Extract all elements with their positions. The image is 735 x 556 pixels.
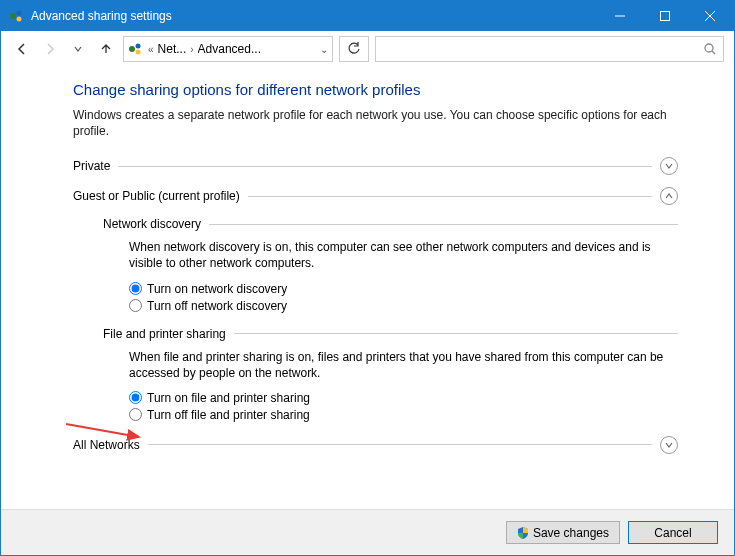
window-title: Advanced sharing settings: [31, 9, 597, 23]
divider: [118, 166, 652, 167]
subsection-title: File and printer sharing: [103, 327, 226, 341]
svg-point-2: [17, 17, 22, 22]
search-box[interactable]: [375, 36, 724, 62]
section-guest-public[interactable]: Guest or Public (current profile): [73, 187, 678, 205]
svg-point-7: [129, 46, 135, 52]
svg-point-9: [136, 50, 141, 55]
radio-nd-on[interactable]: Turn on network discovery: [129, 282, 678, 296]
divider: [148, 444, 652, 445]
svg-line-11: [712, 51, 715, 54]
close-button[interactable]: [687, 1, 732, 31]
refresh-button[interactable]: [339, 36, 369, 62]
chevron-down-icon[interactable]: ⌄: [320, 44, 328, 55]
expand-icon[interactable]: [660, 157, 678, 175]
collapse-icon[interactable]: [660, 187, 678, 205]
breadcrumb-item[interactable]: Advanced...: [198, 42, 261, 56]
svg-rect-4: [660, 12, 669, 21]
cancel-button[interactable]: Cancel: [628, 521, 718, 544]
radio-input[interactable]: [129, 408, 142, 421]
search-input[interactable]: [382, 42, 703, 56]
section-all-networks[interactable]: All Networks: [73, 436, 678, 454]
breadcrumb-item[interactable]: Net...: [158, 42, 187, 56]
recent-dropdown[interactable]: [67, 38, 89, 60]
radio-nd-off[interactable]: Turn off network discovery: [129, 299, 678, 313]
subsection-desc: When file and printer sharing is on, fil…: [129, 349, 678, 381]
network-icon: [128, 41, 144, 57]
network-discovery-group: Network discovery When network discovery…: [103, 217, 678, 312]
maximize-button[interactable]: [642, 1, 687, 31]
radio-label: Turn on network discovery: [147, 282, 287, 296]
page-description: Windows creates a separate network profi…: [73, 108, 678, 139]
up-button[interactable]: [95, 38, 117, 60]
app-icon: [9, 8, 25, 24]
radio-label: Turn on file and printer sharing: [147, 391, 310, 405]
button-label: Save changes: [533, 526, 609, 540]
radio-fp-off[interactable]: Turn off file and printer sharing: [129, 408, 678, 422]
radio-fp-on[interactable]: Turn on file and printer sharing: [129, 391, 678, 405]
uac-shield-icon: [517, 527, 529, 539]
forward-button[interactable]: [39, 38, 61, 60]
section-label: Private: [73, 159, 110, 173]
svg-point-8: [136, 44, 141, 49]
svg-point-0: [10, 13, 16, 19]
page-heading: Change sharing options for different net…: [73, 81, 678, 98]
button-label: Cancel: [654, 526, 691, 540]
radio-input[interactable]: [129, 282, 142, 295]
content-area: Change sharing options for different net…: [1, 67, 734, 509]
expand-icon[interactable]: [660, 436, 678, 454]
section-label: All Networks: [73, 438, 140, 452]
radio-input[interactable]: [129, 299, 142, 312]
chevron-right-icon: ›: [190, 44, 193, 55]
save-changes-button[interactable]: Save changes: [506, 521, 620, 544]
address-bar[interactable]: « Net... › Advanced... ⌄: [123, 36, 333, 62]
svg-point-10: [705, 44, 713, 52]
divider: [209, 224, 678, 225]
svg-point-1: [17, 11, 22, 16]
footer: Save changes Cancel: [1, 509, 734, 555]
minimize-button[interactable]: [597, 1, 642, 31]
divider: [248, 196, 652, 197]
radio-label: Turn off network discovery: [147, 299, 287, 313]
chevron-left-icon: «: [148, 44, 154, 55]
radio-input[interactable]: [129, 391, 142, 404]
radio-label: Turn off file and printer sharing: [147, 408, 310, 422]
file-printer-sharing-group: File and printer sharing When file and p…: [103, 327, 678, 422]
navbar: « Net... › Advanced... ⌄: [1, 31, 734, 67]
back-button[interactable]: [11, 38, 33, 60]
titlebar: Advanced sharing settings: [1, 1, 734, 31]
section-label: Guest or Public (current profile): [73, 189, 240, 203]
search-icon: [703, 42, 717, 56]
subsection-title: Network discovery: [103, 217, 201, 231]
section-private[interactable]: Private: [73, 157, 678, 175]
subsection-desc: When network discovery is on, this compu…: [129, 239, 678, 271]
divider: [234, 333, 678, 334]
